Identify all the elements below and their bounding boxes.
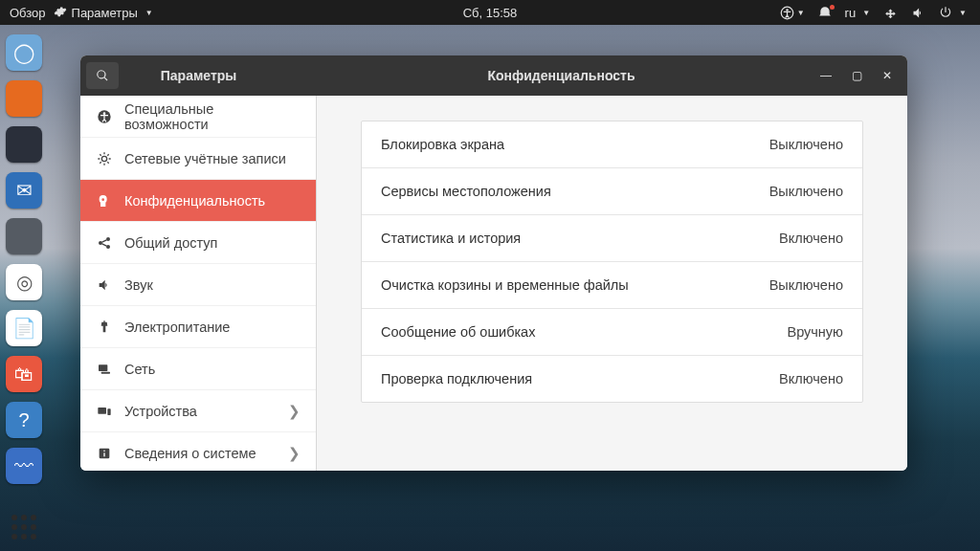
privacy-row-value: Выключено xyxy=(769,277,843,293)
chevron-down-icon: ▼ xyxy=(959,9,967,17)
privacy-row-value: Выключено xyxy=(769,184,843,199)
svg-rect-14 xyxy=(103,452,104,456)
dock-app-utility[interactable]: ◎ xyxy=(6,264,42,300)
privacy-row-value: Выключено xyxy=(769,137,843,152)
about-icon xyxy=(96,446,113,461)
svg-point-6 xyxy=(106,237,110,241)
clock[interactable]: Сб, 15:58 xyxy=(463,6,518,20)
privacy-row-value: Вручную xyxy=(787,324,843,340)
sidebar-item-label: Специальные возможности xyxy=(124,101,301,132)
app-glyph-icon: 🛍 xyxy=(14,364,33,386)
maximize-button[interactable]: ▢ xyxy=(850,69,863,82)
sidebar-item-share[interactable]: Общий доступ xyxy=(80,222,316,264)
dock-app-chromium[interactable]: ◯ xyxy=(6,34,42,71)
accessibility-icon xyxy=(96,109,113,124)
sidebar-item-devices[interactable]: Устройства❯ xyxy=(80,390,316,432)
privacy-row[interactable]: Статистика и историяВключено xyxy=(362,214,862,261)
keyboard-layout-indicator[interactable]: ru ▼ xyxy=(845,6,870,20)
sidebar-item-label: Электропитание xyxy=(124,320,230,335)
privacy-row-label: Проверка подключения xyxy=(381,371,532,386)
gnome-top-bar: Обзор Параметры ▼ Сб, 15:58 ▼ ru ▼ xyxy=(0,0,980,25)
privacy-row-label: Блокировка экрана xyxy=(381,137,504,152)
devices-icon xyxy=(96,404,113,419)
sidebar-item-network[interactable]: Сеть xyxy=(80,348,316,390)
sidebar-item-label: Звук xyxy=(124,277,153,293)
sidebar-item-label: Общий доступ xyxy=(124,235,217,251)
dock: ◯✉◎📄🛍?〰 xyxy=(0,25,48,551)
svg-rect-11 xyxy=(107,408,110,415)
privacy-row[interactable]: Очистка корзины и временные файлыВыключе… xyxy=(362,261,862,308)
privacy-icon xyxy=(96,193,113,209)
app-glyph-icon: 〰 xyxy=(14,455,33,477)
privacy-row-value: Включено xyxy=(779,371,843,386)
svg-point-7 xyxy=(106,245,110,249)
privacy-row-label: Сообщение об ошибках xyxy=(381,324,535,340)
privacy-row[interactable]: Блокировка экранаВыключено xyxy=(362,121,862,167)
privacy-row[interactable]: Проверка подключенияВключено xyxy=(362,355,862,402)
panel-title: Конфиденциальность xyxy=(317,68,806,83)
dock-app-monitor[interactable]: 〰 xyxy=(6,448,42,484)
notification-tray-icon[interactable] xyxy=(818,6,832,19)
chevron-down-icon: ▼ xyxy=(862,9,870,17)
close-button[interactable]: ✕ xyxy=(880,69,894,82)
window-titlebar: Параметры Конфиденциальность — ▢ ✕ xyxy=(80,55,907,96)
settings-window: Параметры Конфиденциальность — ▢ ✕ Специ… xyxy=(80,55,907,471)
privacy-list: Блокировка экранаВыключеноСервисы местоп… xyxy=(361,121,863,403)
svg-rect-9 xyxy=(101,371,110,373)
network-tray-icon[interactable] xyxy=(883,6,898,20)
accounts-icon xyxy=(96,151,113,166)
sidebar-item-label: Сведения о системе xyxy=(124,446,256,461)
app-menu[interactable]: Параметры ▼ xyxy=(54,5,153,21)
dock-app-vscode[interactable] xyxy=(6,126,42,163)
sidebar-item-label: Конфиденциальность xyxy=(124,193,265,209)
svg-point-3 xyxy=(103,112,106,115)
dock-app-screenshot[interactable] xyxy=(6,218,42,254)
chevron-down-icon: ▼ xyxy=(797,9,805,17)
dock-app-firefox[interactable] xyxy=(6,80,42,117)
chevron-down-icon: ▼ xyxy=(145,9,153,17)
share-icon xyxy=(96,235,113,251)
privacy-row[interactable]: Сервисы местоположенияВыключено xyxy=(362,167,862,214)
accessibility-tray-icon[interactable]: ▼ xyxy=(780,6,805,20)
network-icon xyxy=(96,362,113,377)
dock-app-software[interactable]: 🛍 xyxy=(6,356,42,392)
svg-rect-13 xyxy=(103,450,104,451)
gear-icon xyxy=(54,5,67,21)
sidebar-item-label: Устройства xyxy=(124,404,197,419)
dock-app-thunderbird[interactable]: ✉ xyxy=(6,172,42,209)
sidebar-item-accessibility[interactable]: Специальные возможности xyxy=(80,96,316,138)
show-applications-button[interactable] xyxy=(10,513,38,541)
sound-icon xyxy=(96,277,113,293)
app-glyph-icon: ✉ xyxy=(16,179,33,202)
app-glyph-icon: 📄 xyxy=(12,317,36,340)
settings-content: Блокировка экранаВыключеноСервисы местоп… xyxy=(317,96,907,471)
app-glyph-icon: ? xyxy=(18,409,29,431)
sidebar-item-sound[interactable]: Звук xyxy=(80,264,316,306)
power-icon xyxy=(96,320,113,335)
privacy-row-label: Очистка корзины и временные файлы xyxy=(381,277,629,293)
sidebar-item-privacy[interactable]: Конфиденциальность xyxy=(80,180,316,222)
app-glyph-icon: ◯ xyxy=(13,41,34,64)
sidebar-item-accounts[interactable]: Сетевые учётные записи xyxy=(80,138,316,180)
chevron-right-icon: ❯ xyxy=(288,404,301,419)
privacy-row-label: Статистика и история xyxy=(381,231,521,246)
keyboard-layout-label: ru xyxy=(845,6,857,20)
svg-rect-8 xyxy=(99,364,107,371)
sidebar-item-label: Сеть xyxy=(124,362,155,377)
minimize-button[interactable]: — xyxy=(819,69,833,82)
power-tray-icon[interactable]: ▼ xyxy=(939,6,967,19)
app-glyph-icon: ◎ xyxy=(16,271,33,294)
privacy-row[interactable]: Сообщение об ошибкахВручную xyxy=(362,308,862,355)
activities-button[interactable]: Обзор xyxy=(10,6,46,20)
svg-point-4 xyxy=(101,156,106,161)
dock-app-help[interactable]: ? xyxy=(6,402,42,438)
sidebar-item-label: Сетевые учётные записи xyxy=(124,151,286,166)
privacy-row-label: Сервисы местоположения xyxy=(381,184,551,199)
sidebar-item-about[interactable]: Сведения о системе❯ xyxy=(80,432,316,471)
privacy-row-value: Включено xyxy=(779,231,843,246)
dock-app-writer[interactable]: 📄 xyxy=(6,310,42,346)
sidebar-item-power[interactable]: Электропитание xyxy=(80,306,316,348)
volume-tray-icon[interactable] xyxy=(911,6,925,20)
svg-rect-10 xyxy=(98,408,106,414)
search-button[interactable] xyxy=(86,62,119,89)
